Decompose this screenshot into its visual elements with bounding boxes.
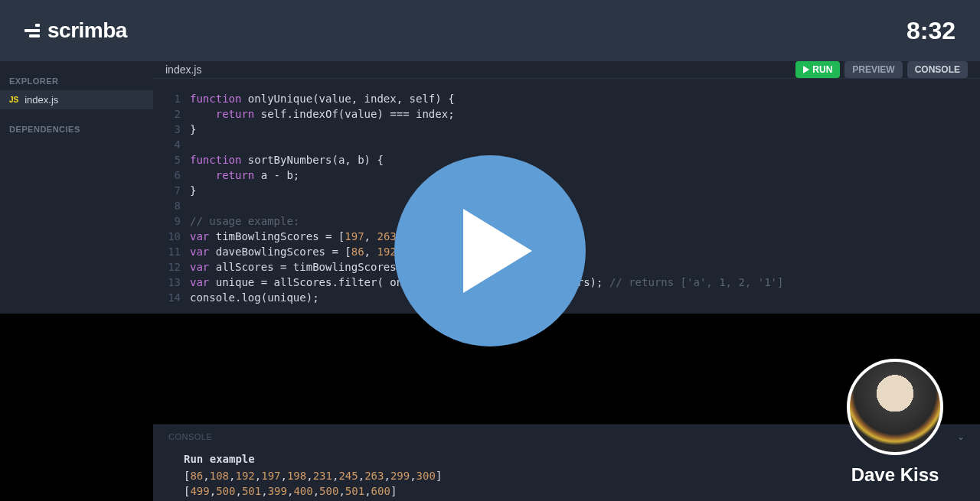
run-button[interactable]: RUN [795, 61, 840, 78]
run-label: RUN [812, 64, 832, 75]
code-lines: function onlyUnique(value, index, self) … [190, 91, 980, 305]
console-label: CONSOLE [915, 64, 960, 75]
brand-name: scrimba [47, 18, 127, 43]
explorer-heading: EXPLORER [0, 70, 153, 90]
toolbar: RUN PREVIEW CONSOLE [795, 61, 968, 78]
chevron-down-icon[interactable]: ⌄ [957, 431, 965, 442]
author-card[interactable]: Dave Kiss [847, 359, 943, 486]
tab-bar: index.js RUN PREVIEW CONSOLE [153, 61, 980, 79]
line-gutter: 1 2 3 4 5 6 7 8 9 10 11 12 13 14 [153, 91, 190, 305]
js-file-icon: JS [9, 96, 18, 104]
author-name: Dave Kiss [851, 464, 939, 486]
active-tab[interactable]: index.js [165, 63, 201, 76]
header: scrimba 8:32 [0, 0, 980, 61]
play-icon [803, 66, 809, 73]
console-heading: CONSOLE [168, 432, 212, 441]
file-item-indexjs[interactable]: JS index.js [0, 90, 153, 109]
sidebar: EXPLORER JS index.js DEPENDENCIES [0, 61, 153, 314]
avatar [847, 359, 943, 455]
dependencies-heading: DEPENDENCIES [0, 119, 153, 138]
preview-label: PREVIEW [852, 64, 894, 75]
file-name: index.js [24, 94, 58, 106]
console-button[interactable]: CONSOLE [907, 61, 968, 78]
play-video-button[interactable] [394, 155, 586, 346]
preview-button[interactable]: PREVIEW [844, 61, 902, 78]
logo[interactable]: scrimba [24, 18, 127, 43]
logo-icon [24, 24, 40, 37]
play-icon [463, 209, 532, 293]
console-line-2: [499,500,501,399,400,500,501,600] [184, 483, 965, 499]
video-timestamp: 8:32 [906, 17, 956, 45]
